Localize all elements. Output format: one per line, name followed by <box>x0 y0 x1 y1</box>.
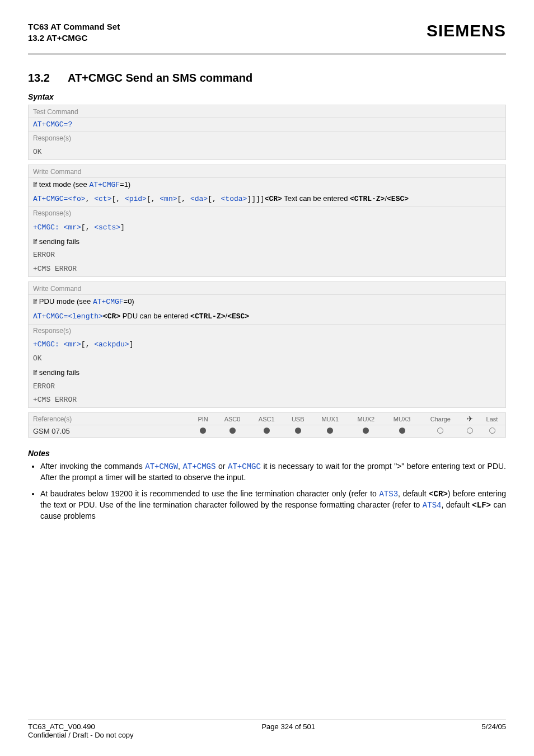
dot-mux2 <box>348 425 384 438</box>
ct-param[interactable]: <ct> <box>94 195 111 203</box>
esc-token: <ESC> <box>227 312 249 321</box>
col-charge: Charge <box>420 413 461 425</box>
mode-line: If text mode (see AT+CMGF=1) <box>29 178 505 192</box>
mn-param[interactable]: <mn> <box>160 195 177 203</box>
scts-param[interactable]: <scts> <box>94 223 120 232</box>
col-pin: PIN <box>191 413 216 425</box>
pid-param[interactable]: <pid> <box>125 195 147 203</box>
dot-last <box>479 425 505 438</box>
empty-circle-icon <box>437 428 443 434</box>
cmd-prefix: AT+CMGC= <box>33 195 68 203</box>
command-line: AT+CMGC=<fo>, <ct>[, <pid>[, <mn>[, <da>… <box>29 192 505 206</box>
response-ok: OK <box>29 352 505 366</box>
cmgf-link[interactable]: AT+CMGF <box>93 298 124 306</box>
filled-circle-icon <box>363 428 369 434</box>
footer-center: Page 324 of 501 <box>261 722 315 731</box>
mr-param[interactable]: <mr> <box>64 223 81 232</box>
mr-param[interactable]: <mr> <box>64 340 81 349</box>
ctrlz-token: <CTRL-Z> <box>190 312 225 321</box>
box-label: Write Command <box>29 165 505 178</box>
resp-prefix: +CMGC: <box>33 223 64 232</box>
box-label: Write Command <box>29 282 505 295</box>
section-heading: 13.2 AT+CMGC Send an SMS command <box>28 72 506 84</box>
response-label: Response(s) <box>29 206 505 220</box>
doc-section: 13.2 AT+CMGC <box>28 32 120 44</box>
notes-label: Notes <box>28 449 506 458</box>
col-usb: USB <box>284 413 312 425</box>
cmgs-link[interactable]: AT+CMGS <box>183 462 216 471</box>
cr-token: <CR> <box>103 312 120 321</box>
syntax-label: Syntax <box>28 92 506 101</box>
col-mux1: MUX1 <box>312 413 348 425</box>
cms-error-text: +CMS ERROR <box>29 262 505 276</box>
response-ok: OK <box>29 145 505 159</box>
n1-c: or <box>216 462 228 471</box>
ats3-link[interactable]: ATS3 <box>379 490 398 499</box>
col-asc0: ASC0 <box>215 413 249 425</box>
col-mux2: MUX2 <box>348 413 384 425</box>
write-command-pdu-box: Write Command If PDU mode (see AT+CMGF=0… <box>28 281 506 408</box>
box-label: Test Command <box>29 105 505 118</box>
length-param[interactable]: <length> <box>68 312 102 321</box>
footer-rule <box>28 720 506 720</box>
ats4-link[interactable]: ATS4 <box>423 501 442 510</box>
dot-air <box>461 425 479 438</box>
n2-d: , default <box>441 500 472 509</box>
cmgc-link[interactable]: AT+CMGC <box>228 462 261 471</box>
error-text: ERROR <box>29 248 505 262</box>
mid-text: Text can be entered <box>282 194 350 203</box>
ackpdu-param[interactable]: <ackpdu> <box>94 340 129 349</box>
dot-mux3 <box>384 425 420 438</box>
page-footer: TC63_ATC_V00.490 Page 324 of 501 5/24/05… <box>28 716 506 739</box>
cmgw-link[interactable]: AT+CMGW <box>145 462 178 471</box>
dot-asc0 <box>215 425 249 438</box>
note-1: After invoking the commands AT+CMGW, AT+… <box>40 461 506 483</box>
footer-left: TC63_ATC_V00.490 <box>28 722 95 731</box>
note-2: At baudrates below 19200 it is recommend… <box>40 489 506 522</box>
col-last: Last <box>479 413 505 425</box>
empty-circle-icon <box>489 428 495 434</box>
section-number: 13.2 <box>28 72 50 84</box>
filled-circle-icon <box>327 428 333 434</box>
footer-right: 5/24/05 <box>482 722 506 731</box>
reference-label: Reference(s) <box>29 413 191 425</box>
esc-token: <ESC> <box>387 195 409 203</box>
reference-value: GSM 07.05 <box>29 425 191 438</box>
response-label: Response(s) <box>29 132 505 145</box>
filled-circle-icon <box>264 428 270 434</box>
dot-asc1 <box>250 425 284 438</box>
col-asc1: ASC1 <box>250 413 284 425</box>
dot-charge <box>420 425 461 438</box>
filled-circle-icon <box>399 428 405 434</box>
reference-box: Reference(s) PIN ASC0 ASC1 USB MUX1 MUX2… <box>28 412 506 438</box>
n1-a: After invoking the commands <box>40 462 145 471</box>
dot-usb <box>284 425 312 438</box>
fail-text: If sending fails <box>29 235 505 249</box>
toda-param[interactable]: <toda> <box>221 195 247 203</box>
mid-text: PDU can be entered <box>120 312 190 320</box>
brand-logo: SIEMENS <box>427 21 506 40</box>
error-text: ERROR <box>29 380 505 394</box>
ctrlz-token: <CTRL-Z> <box>350 195 385 203</box>
test-command: AT+CMGC=? <box>29 118 505 132</box>
header-left: TC63 AT Command Set 13.2 AT+CMGC <box>28 21 120 44</box>
col-mux3: MUX3 <box>384 413 420 425</box>
footer-sub: Confidential / Draft - Do not copy <box>28 731 506 739</box>
col-airplane-icon: ✈ <box>461 413 479 425</box>
lf-token: <LF> <box>472 501 491 510</box>
command-line: AT+CMGC=<length><CR> PDU can be entered … <box>29 309 505 324</box>
cmgf-link[interactable]: AT+CMGF <box>89 181 120 189</box>
mode-prefix: If PDU mode (see <box>33 297 93 306</box>
n2-b: , default <box>398 489 429 498</box>
filled-circle-icon <box>200 428 206 434</box>
da-param[interactable]: <da> <box>190 195 208 203</box>
filled-circle-icon <box>295 428 301 434</box>
resp-prefix: +CMGC: <box>33 340 64 349</box>
response-label: Response(s) <box>29 324 505 337</box>
section-title: AT+CMGC Send an SMS command <box>68 72 252 84</box>
header-rule <box>28 53 506 55</box>
response-line: +CMGC: <mr>[, <scts>] <box>29 220 505 235</box>
fo-param[interactable]: <fo> <box>68 195 85 203</box>
cmd-prefix: AT+CMGC= <box>33 312 68 321</box>
test-command-box: Test Command AT+CMGC=? Response(s) OK <box>28 105 506 160</box>
